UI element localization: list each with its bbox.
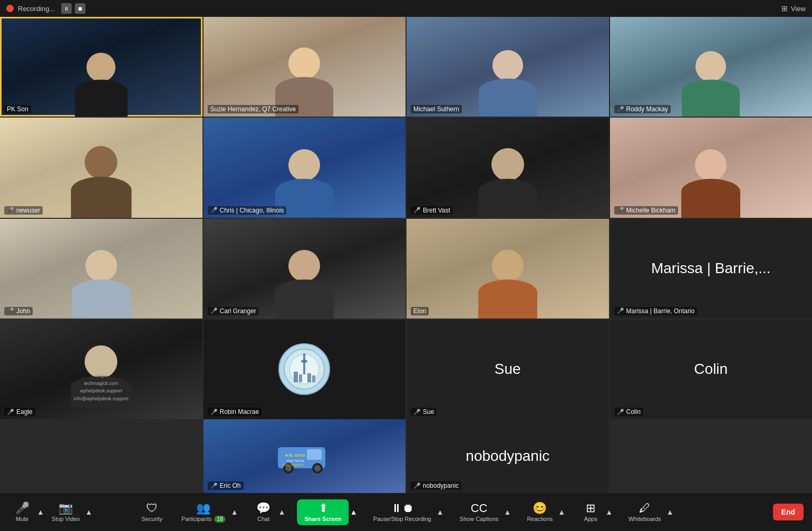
apps-group: ⊞ Apps ▲ <box>577 500 614 524</box>
elgato-truck-svg: ★ EL GATO FISH TACOS MADE DELICIOUS! <box>275 437 333 476</box>
svg-text:FISH TACOS: FISH TACOS <box>287 459 304 462</box>
tile-newuser[interactable]: 🎤 newuser <box>0 118 202 217</box>
participants-chevron[interactable]: ▲ <box>230 508 239 516</box>
whiteboards-label: Whiteboards <box>629 516 661 522</box>
tile-colin[interactable]: Colin 🎤 Colin <box>610 320 813 419</box>
tile-michelle[interactable]: 🎤 Michelle Bickham <box>610 118 813 217</box>
toolbar-center: 🛡 Security 👥 Participants 18 ▲ 💬 Chat ▲ <box>137 499 674 525</box>
top-bar: Recording... ⏸ ⏹ ⊞ View <box>0 0 812 17</box>
svg-rect-3 <box>303 353 305 374</box>
end-button[interactable]: End <box>773 504 804 520</box>
whiteboards-button[interactable]: 🖊 Whiteboards <box>624 500 665 524</box>
tile-sue[interactable]: Sue 🎤 Sue <box>407 320 609 419</box>
share-screen-icon: ⬆ <box>318 503 328 514</box>
name-suzie: Suzie Hernandez, Q7 Creative <box>208 105 299 113</box>
name-michelle: 🎤 Michelle Bickham <box>614 206 678 215</box>
tile-pkson[interactable]: PK Son <box>0 17 202 117</box>
chat-label: Chat <box>257 516 269 522</box>
tile-suzie[interactable]: Suzie Hernandez, Q7 Creative <box>204 17 406 117</box>
participants-button[interactable]: 👥 Participants 18 <box>177 500 230 524</box>
svg-text:★ EL GATO: ★ EL GATO <box>285 453 305 457</box>
muted-icon-carl: 🎤 <box>210 307 218 314</box>
name-michael: Michael Suthern <box>411 105 462 113</box>
mute-chevron[interactable]: ▲ <box>36 508 45 516</box>
whiteboards-chevron[interactable]: ▲ <box>665 508 675 516</box>
muted-icon-newuser: 🎤 <box>7 207 14 214</box>
muted-icon-roddy: 🎤 <box>617 106 624 113</box>
pause-recording-btn[interactable]: ⏸ <box>61 3 72 14</box>
view-label[interactable]: View <box>791 5 806 13</box>
pause-recording-icon: ⏸⏺ <box>391 503 414 514</box>
tile-empty2 <box>610 419 813 493</box>
reactions-label: Reactions <box>527 516 553 522</box>
tile-brett[interactable]: 🎤 Brett Vast <box>407 118 609 217</box>
muted-icon-eric: 🎤 <box>210 482 218 489</box>
top-bar-right: ⊞ View <box>781 4 806 13</box>
mute-button[interactable]: 🎤 Mute <box>8 500 36 524</box>
whiteboards-icon: 🖊 <box>639 503 651 514</box>
tile-carl[interactable]: 🎤 Carl Granger <box>204 219 406 318</box>
pause-recording-chevron[interactable]: ▲ <box>436 508 445 516</box>
apps-chevron[interactable]: ▲ <box>604 508 614 516</box>
stop-video-button[interactable]: 📷 Stop Video <box>47 500 84 524</box>
recording-controls: ⏸ ⏹ <box>61 3 85 14</box>
apps-label: Apps <box>584 516 597 522</box>
tile-empty1 <box>0 419 202 493</box>
center-name-nobodypanic: nobodypanic <box>466 448 549 465</box>
participants-count: 18 <box>215 516 226 523</box>
svg-rect-5 <box>294 372 298 382</box>
captions-chevron[interactable]: ▲ <box>503 508 513 516</box>
pause-recording-group: ⏸⏺ Pause/Stop Recording ▲ <box>369 500 445 524</box>
captions-button[interactable]: CC Show Captions <box>456 500 503 524</box>
share-screen-chevron[interactable]: ▲ <box>349 508 359 516</box>
chat-button[interactable]: 💬 Chat <box>250 500 277 524</box>
chat-group: 💬 Chat ▲ <box>250 500 287 524</box>
whiteboards-group: 🖊 Whiteboards ▲ <box>624 500 675 524</box>
name-sue: 🎤 Sue <box>411 408 437 416</box>
pause-recording-label: Pause/Stop Recording <box>373 516 431 522</box>
center-name-colin: Colin <box>694 361 728 378</box>
tile-nobodypanic[interactable]: nobodypanic 🎤 nobodypanic <box>407 419 609 493</box>
recording-label: Recording... <box>18 5 55 13</box>
tile-chris[interactable]: 🎤 Chris | Chicago, Illinois <box>204 118 406 217</box>
stop-video-label: Stop Video <box>52 516 80 522</box>
toolbar-right: End <box>773 504 804 520</box>
center-name-sue: Sue <box>495 361 521 378</box>
pause-recording-button[interactable]: ⏸⏺ Pause/Stop Recording <box>369 500 436 524</box>
name-john: 🎤 John <box>4 307 33 315</box>
muted-icon-nobodypanic: 🎤 <box>413 482 421 489</box>
stop-video-chevron[interactable]: ▲ <box>84 508 93 516</box>
center-name-marissa: Marissa | Barrie,... <box>651 260 771 277</box>
svg-rect-11 <box>307 449 322 460</box>
muted-icon-michelle: 🎤 <box>617 207 624 214</box>
chat-chevron[interactable]: ▲ <box>277 508 287 516</box>
reactions-group: 😊 Reactions ▲ <box>523 500 566 524</box>
bottom-toolbar: 🎤 Mute ▲ 📷 Stop Video ▲ 🛡 Security 👥 Par <box>0 493 812 531</box>
stop-video-group: 📷 Stop Video ▲ <box>47 500 93 524</box>
top-bar-left: Recording... ⏸ ⏹ <box>6 3 85 14</box>
svg-point-15 <box>314 465 321 471</box>
eagle-info: Eagletechmagick.comwphelpdesk.supportinf… <box>74 372 129 402</box>
tile-eric[interactable]: ★ EL GATO FISH TACOS MADE DELICIOUS! 🎤 E… <box>204 419 406 493</box>
tile-michael[interactable]: Michael Suthern <box>407 17 609 117</box>
stop-recording-btn[interactable]: ⏹ <box>75 3 85 14</box>
muted-icon-robin: 🎤 <box>210 409 218 416</box>
share-screen-button[interactable]: ⬆ Share Screen <box>297 499 349 525</box>
apps-button[interactable]: ⊞ Apps <box>577 500 604 524</box>
name-robin: 🎤 Robin Macrae <box>208 408 262 416</box>
tile-roddy[interactable]: 🎤 Roddy Mackay <box>610 17 813 117</box>
muted-icon-john: 🎤 <box>7 307 14 314</box>
tile-john[interactable]: 🎤 John <box>0 219 202 318</box>
tile-eagle[interactable]: Eagletechmagick.comwphelpdesk.supportinf… <box>0 320 202 419</box>
reactions-button[interactable]: 😊 Reactions <box>523 500 557 524</box>
name-marissa: 🎤 Marissa | Barrie, Ontario <box>614 307 698 315</box>
stop-video-icon: 📷 <box>59 503 73 514</box>
participants-label: Participants 18 <box>181 516 226 522</box>
tile-robin[interactable]: 🎤 Robin Macrae <box>204 320 406 419</box>
reactions-chevron[interactable]: ▲ <box>557 508 566 516</box>
tile-marissa[interactable]: Marissa | Barrie,... 🎤 Marissa | Barrie,… <box>610 219 813 318</box>
name-chris: 🎤 Chris | Chicago, Illinois <box>208 206 287 215</box>
security-button[interactable]: 🛡 Security <box>137 500 167 524</box>
muted-icon-eagle: 🎤 <box>7 409 14 416</box>
tile-elon[interactable]: Elon <box>407 219 609 318</box>
